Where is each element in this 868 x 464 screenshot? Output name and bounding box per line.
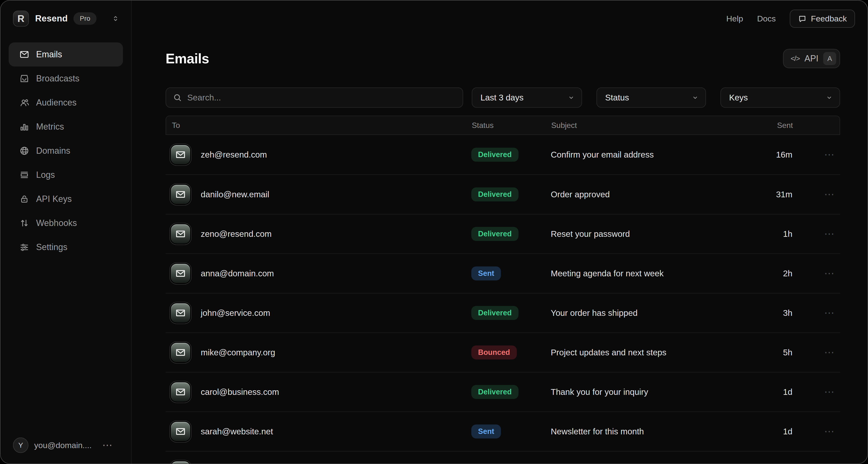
status-dropdown[interactable]: Status [596,87,706,108]
sidebar-item-logs[interactable]: Logs [9,163,123,187]
api-button-label: API [804,54,818,64]
row-actions-button[interactable]: ⋯ [793,151,840,157]
sidebar-item-label: Domains [36,146,70,156]
workspace-switcher[interactable]: R Resend Pro [0,0,131,27]
date-range-dropdown[interactable]: Last 3 days [472,87,582,108]
feedback-button[interactable]: Feedback [790,10,855,28]
envelope-icon [171,224,190,243]
envelope-icon [171,264,190,283]
code-icon: </> [791,54,800,63]
sidebar-item-emails[interactable]: Emails [9,42,123,66]
envelope-icon [171,185,190,204]
inbox-icon [19,74,29,84]
email-subject: Thank you for your inquiry [551,387,748,397]
sent-time: 1d [748,387,793,397]
status-filter-value: Status [605,93,629,103]
users-icon [19,97,29,108]
email-subject: Order approved [551,190,748,199]
search-box[interactable] [165,87,463,108]
workspace-name: Resend [35,13,68,24]
search-icon [173,93,182,102]
mail-icon [19,49,29,59]
row-actions-button[interactable]: ⋯ [793,389,840,395]
sent-time: 31m [748,190,793,199]
sent-time: 5h [748,348,793,357]
table-header: To Status Subject Sent [165,116,840,135]
status-badge: Sent [471,425,501,438]
bar-chart-icon [19,122,29,132]
user-email: you@domain.... [34,441,92,450]
recipient-email: john@service.com [201,308,270,318]
sidebar-item-broadcasts[interactable]: Broadcasts [9,66,123,91]
row-actions-button[interactable]: ⋯ [793,231,840,237]
table-row[interactable]: mike@company.org Bounced Project updates… [165,332,840,372]
chevron-down-icon [826,94,833,101]
user-account[interactable]: Y you@domain.... ⋯ [0,429,131,464]
docs-link[interactable]: Docs [757,14,776,23]
column-header-to: To [166,121,472,130]
api-button[interactable]: </> API A [783,49,840,68]
table-row[interactable]: zeh@resend.com Delivered Confirm your em… [165,135,840,174]
table-row[interactable]: zeno@resend.com Delivered Reset your pas… [165,214,840,254]
status-badge: Delivered [471,148,519,162]
sidebar-item-label: Broadcasts [36,74,80,84]
emails-table: To Status Subject Sent zeh@resend.com De… [165,116,840,464]
recipient-email: mike@company.org [201,348,275,357]
email-subject: Project updates and next steps [551,348,748,357]
envelope-icon [171,461,190,464]
sidebar-item-audiences[interactable]: Audiences [9,91,123,115]
row-actions-button[interactable]: ⋯ [793,428,840,434]
sidebar-item-api-keys[interactable]: API Keys [9,187,123,211]
status-badge: Delivered [471,187,519,201]
table-row[interactable]: anna@domain.com Sent Meeting agenda for … [165,254,840,293]
email-subject: Reset your password [551,229,748,239]
resend-logo: R [13,10,29,27]
column-header-status: Status [472,121,551,130]
sidebar-nav: Emails Broadcasts Audiences Metrics Doma… [0,42,131,259]
rows-icon [19,170,29,180]
table-row[interactable]: sarah@website.net Sent Newsletter for th… [165,411,840,451]
table-row[interactable]: Delivered ⋯ [165,451,840,464]
recipient-email: anna@domain.com [201,269,274,278]
help-link[interactable]: Help [726,14,743,23]
keys-dropdown[interactable]: Keys [720,87,840,108]
main-area: Help Docs Feedback Emails </> API A [132,0,868,464]
feedback-label: Feedback [811,14,847,23]
sent-time: 16m [748,150,793,160]
filter-row: Last 3 days Status Keys [165,87,840,108]
row-actions-button[interactable]: ⋯ [793,310,840,316]
user-menu-button[interactable]: ⋯ [102,442,113,448]
avatar: Y [13,437,28,453]
sidebar-item-webhooks[interactable]: Webhooks [9,211,123,235]
recipient-email: sarah@website.net [201,427,273,436]
table-row[interactable]: carol@business.com Delivered Thank you f… [165,372,840,411]
envelope-icon [171,343,190,362]
chevron-down-icon [567,94,575,101]
date-range-value: Last 3 days [480,93,524,103]
sidebar: R Resend Pro Emails Broadcasts Audiences [0,0,132,464]
sent-time: 3h [748,308,793,318]
keyboard-shortcut-key: A [823,52,836,65]
column-header-subject: Subject [551,121,749,130]
sidebar-item-domains[interactable]: Domains [9,139,123,163]
sidebar-item-settings[interactable]: Settings [9,235,123,259]
sent-time: 1d [748,427,793,436]
status-badge: Sent [471,266,501,281]
row-actions-button[interactable]: ⋯ [793,191,840,197]
status-badge: Bounced [471,345,517,359]
table-row[interactable]: danilo@new.email Delivered Order approve… [165,174,840,214]
chevron-up-down-icon[interactable] [112,14,120,23]
status-badge: Delivered [471,306,519,320]
arrows-up-down-icon [19,218,29,228]
table-row[interactable]: john@service.com Delivered Your order ha… [165,293,840,332]
email-subject: Confirm your email address [551,150,748,160]
row-actions-button[interactable]: ⋯ [793,349,840,355]
sidebar-item-metrics[interactable]: Metrics [9,115,123,139]
page-title: Emails [165,51,209,66]
sent-time: 2h [748,269,793,278]
envelope-icon [171,303,190,323]
email-table-body: zeh@resend.com Delivered Confirm your em… [165,135,840,464]
search-input[interactable] [187,93,456,103]
status-badge: Delivered [471,227,519,241]
row-actions-button[interactable]: ⋯ [793,270,840,276]
